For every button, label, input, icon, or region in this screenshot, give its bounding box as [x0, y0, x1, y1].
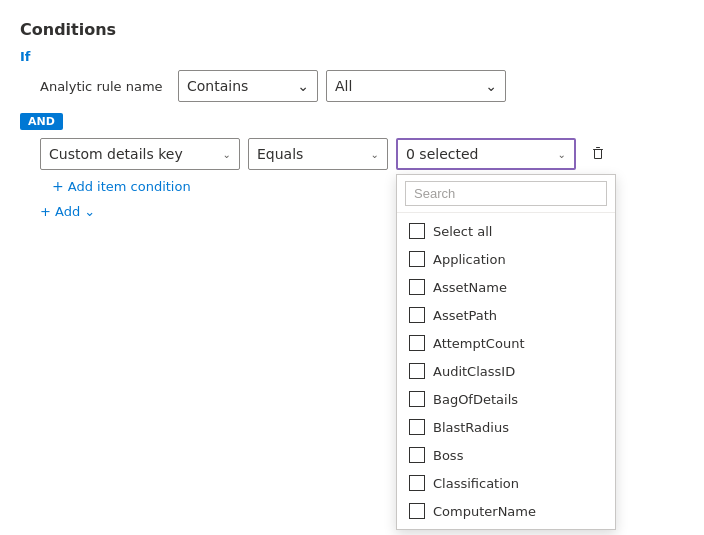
dropdown-item[interactable]: Classification: [397, 469, 615, 497]
dropdown-item[interactable]: BlastRadius: [397, 413, 615, 441]
condition-value-label: 0 selected: [406, 146, 478, 162]
item-label: Boss: [433, 448, 463, 463]
item-label: AttemptCount: [433, 336, 524, 351]
condition-operator-value: Equals: [257, 146, 303, 162]
item-label: Application: [433, 252, 506, 267]
value-label: All: [335, 78, 352, 94]
value-dropdown[interactable]: All ⌄: [326, 70, 506, 102]
operator-value: Contains: [187, 78, 248, 94]
item-checkbox[interactable]: [409, 335, 425, 351]
item-label: AuditClassID: [433, 364, 515, 379]
add-chevron-icon: ⌄: [84, 204, 95, 219]
item-label: BlastRadius: [433, 420, 509, 435]
delete-button[interactable]: [584, 140, 612, 168]
if-label: If: [20, 49, 684, 64]
dropdown-list: Select all Application AssetName AssetPa…: [397, 213, 615, 529]
item-checkbox[interactable]: [409, 447, 425, 463]
add-label: + Add: [40, 204, 80, 219]
dropdown-item[interactable]: AssetName: [397, 273, 615, 301]
select-all-checkbox[interactable]: [409, 223, 425, 239]
item-checkbox[interactable]: [409, 503, 425, 519]
item-checkbox[interactable]: [409, 279, 425, 295]
field-value: Custom details key: [49, 146, 183, 162]
select-all-label: Select all: [433, 224, 492, 239]
field-dropdown[interactable]: Custom details key ⌄: [40, 138, 240, 170]
dropdown-item[interactable]: AssetPath: [397, 301, 615, 329]
condition-value-dropdown[interactable]: 0 selected ⌄: [396, 138, 576, 170]
field-chevron-icon: ⌄: [223, 149, 231, 160]
dropdown-item[interactable]: ComputerName: [397, 497, 615, 525]
page-title: Conditions: [20, 20, 684, 39]
item-checkbox[interactable]: [409, 307, 425, 323]
condition-operator-chevron-icon: ⌄: [371, 149, 379, 160]
item-checkbox[interactable]: [409, 391, 425, 407]
item-label: BagOfDetails: [433, 392, 518, 407]
dropdown-item[interactable]: AuditClassID: [397, 357, 615, 385]
select-all-item[interactable]: Select all: [397, 217, 615, 245]
condition-value-chevron-icon: ⌄: [558, 149, 566, 160]
dropdown-panel: Select all Application AssetName AssetPa…: [396, 174, 616, 530]
item-checkbox[interactable]: [409, 251, 425, 267]
item-checkbox[interactable]: [409, 363, 425, 379]
analytic-rule-label: Analytic rule name: [40, 79, 170, 94]
item-label: Classification: [433, 476, 519, 491]
dropdown-item[interactable]: AttemptCount: [397, 329, 615, 357]
dropdown-item[interactable]: BagOfDetails: [397, 385, 615, 413]
and-badge: AND: [20, 113, 63, 130]
value-chevron-icon: ⌄: [485, 78, 497, 94]
dropdown-item[interactable]: Application: [397, 245, 615, 273]
analytic-rule-row: Analytic rule name Contains ⌄ All ⌄: [40, 70, 684, 102]
condition-operator-dropdown[interactable]: Equals ⌄: [248, 138, 388, 170]
operator-chevron-icon: ⌄: [297, 78, 309, 94]
dropdown-item[interactable]: Boss: [397, 441, 615, 469]
item-checkbox[interactable]: [409, 419, 425, 435]
search-input[interactable]: [405, 181, 607, 206]
plus-icon: +: [52, 178, 64, 194]
item-checkbox[interactable]: [409, 475, 425, 491]
item-label: AssetPath: [433, 308, 497, 323]
search-container: [397, 175, 615, 213]
condition-row: Custom details key ⌄ Equals ⌄ 0 selected…: [40, 138, 684, 170]
item-label: ComputerName: [433, 504, 536, 519]
operator-dropdown[interactable]: Contains ⌄: [178, 70, 318, 102]
add-item-label: Add item condition: [68, 179, 191, 194]
item-label: AssetName: [433, 280, 507, 295]
conditions-section: Conditions If Analytic rule name Contain…: [20, 20, 684, 219]
